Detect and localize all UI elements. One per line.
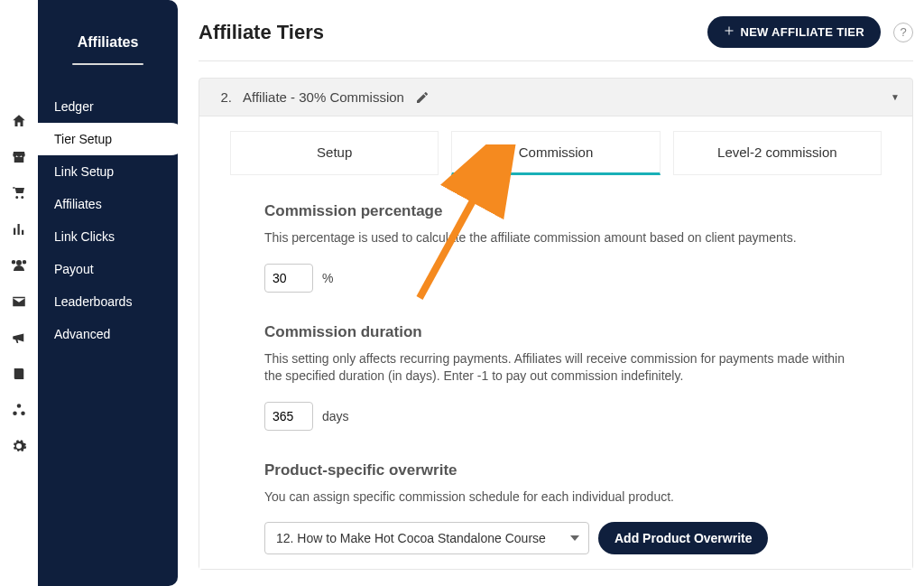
header-divider	[199, 60, 913, 61]
sidebar-item-tier-setup[interactable]: Tier Setup	[38, 123, 187, 155]
sidebar-item-label: Ledger	[54, 99, 94, 114]
home-icon[interactable]	[11, 113, 27, 129]
section-title: Commission percentage	[264, 202, 847, 220]
section-desc: This percentage is used to calculate the…	[264, 229, 847, 247]
commission-percentage-input[interactable]	[264, 264, 313, 293]
section-title: Commission duration	[264, 323, 847, 341]
section-title: Product-specific overwrite	[264, 461, 847, 479]
gear-icon[interactable]	[11, 438, 27, 454]
tab-label: Level-2 commission	[717, 144, 837, 160]
commission-percentage-section: Commission percentage This percentage is…	[264, 202, 847, 293]
sidebar-item-link-clicks[interactable]: Link Clicks	[38, 220, 187, 253]
tab-setup[interactable]: Setup	[230, 131, 439, 175]
main: Affiliate Tiers NEW AFFILIATE TIER ? 2. …	[195, 0, 924, 586]
page-header: Affiliate Tiers NEW AFFILIATE TIER ?	[195, 16, 917, 60]
sidebar-item-leaderboards[interactable]: Leaderboards	[38, 285, 187, 318]
tier-index: 2.	[212, 89, 232, 105]
button-label: NEW AFFILIATE TIER	[740, 25, 864, 39]
sidebar-item-payout[interactable]: Payout	[38, 253, 187, 285]
sidebar-item-ledger[interactable]: Ledger	[38, 90, 187, 123]
sidebar-title: Affiliates	[38, 0, 178, 63]
icon-rail	[0, 0, 38, 586]
tier-accordion: 2. Affiliate - 30% Commission ▼ Setup Co…	[199, 78, 913, 570]
commission-duration-input[interactable]	[264, 402, 313, 431]
accordion-header[interactable]: 2. Affiliate - 30% Commission ▼	[199, 79, 912, 116]
mail-icon[interactable]	[11, 293, 27, 310]
help-icon[interactable]: ?	[893, 23, 913, 42]
days-unit: days	[322, 409, 349, 423]
svg-point-2	[21, 412, 25, 416]
cart-icon[interactable]	[11, 185, 27, 201]
select-value: 12. How to Make Hot Cocoa Standalone Cou…	[276, 531, 546, 545]
add-product-overwrite-button[interactable]: Add Product Overwrite	[598, 522, 768, 554]
tier-title: Affiliate - 30% Commission	[243, 89, 404, 105]
svg-point-0	[17, 404, 22, 408]
sidebar-item-link-setup[interactable]: Link Setup	[38, 155, 187, 188]
sidebar-item-label: Tier Setup	[54, 132, 112, 146]
sidebar: Affiliates Ledger Tier Setup Link Setup …	[38, 0, 178, 586]
tab-label: Commission	[519, 144, 594, 160]
section-desc: You can assign specific commission sched…	[264, 488, 847, 507]
caret-down-icon: ▼	[891, 92, 900, 102]
book-icon[interactable]	[11, 366, 27, 382]
commission-duration-section: Commission duration This setting only af…	[264, 323, 847, 431]
accordion-body: Setup Commission Level-2 commission Comm…	[199, 116, 912, 569]
page-title: Affiliate Tiers	[199, 21, 707, 44]
sidebar-items: Ledger Tier Setup Link Setup Affiliates …	[38, 90, 178, 350]
sidebar-item-label: Leaderboards	[54, 294, 132, 309]
new-affiliate-tier-button[interactable]: NEW AFFILIATE TIER	[707, 16, 881, 48]
sidebar-item-label: Link Clicks	[54, 229, 115, 244]
plus-icon	[724, 25, 735, 39]
tab-commission[interactable]: Commission	[451, 131, 660, 175]
tab-label: Setup	[317, 144, 352, 160]
bars-icon[interactable]	[11, 221, 27, 237]
sidebar-item-label: Payout	[54, 262, 94, 276]
tabs: Setup Commission Level-2 commission	[230, 131, 882, 175]
section-desc: This setting only affects recurring paym…	[264, 350, 847, 386]
sidebar-item-label: Affiliates	[54, 197, 102, 211]
percent-unit: %	[322, 271, 333, 285]
sidebar-item-advanced[interactable]: Advanced	[38, 318, 187, 350]
svg-point-1	[13, 412, 17, 416]
megaphone-icon[interactable]	[11, 330, 27, 346]
store-icon[interactable]	[11, 149, 27, 165]
edit-icon[interactable]	[415, 90, 430, 105]
sidebar-divider	[72, 63, 143, 65]
tab-level2-commission[interactable]: Level-2 commission	[673, 131, 882, 175]
sidebar-item-label: Link Setup	[54, 164, 114, 179]
sidebar-item-label: Advanced	[54, 327, 110, 341]
sidebar-item-affiliates[interactable]: Affiliates	[38, 188, 187, 220]
product-select[interactable]: 12. How to Make Hot Cocoa Standalone Cou…	[264, 522, 589, 554]
product-overwrite-section: Product-specific overwrite You can assig…	[264, 461, 847, 555]
nodes-icon[interactable]	[11, 402, 27, 418]
button-label: Add Product Overwrite	[614, 531, 752, 545]
users-icon[interactable]	[11, 257, 27, 274]
